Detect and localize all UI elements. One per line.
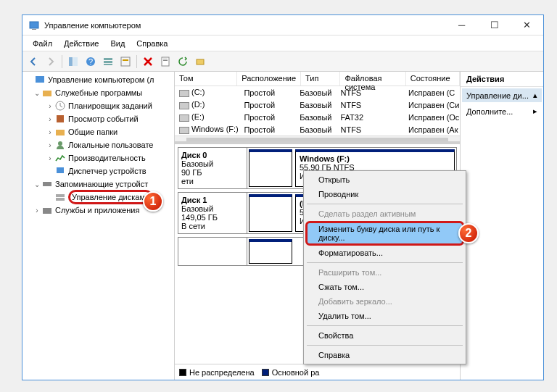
volume-header: Том Расположение Тип Файловая система Со… xyxy=(175,72,460,86)
svg-rect-22 xyxy=(43,182,51,186)
ctx-help[interactable]: Справка xyxy=(305,348,464,362)
svg-rect-0 xyxy=(30,22,38,28)
volume-row[interactable]: (C:)ПростойБазовыйNTFSИсправен (С xyxy=(175,86,460,99)
chevron-up-icon: ▴ xyxy=(533,91,537,100)
context-menu: Открыть Проводник Сделать раздел активны… xyxy=(303,170,466,364)
toolbar: ? xyxy=(22,51,543,72)
svg-rect-21 xyxy=(57,167,64,173)
window-title: Управление компьютером xyxy=(44,21,445,30)
svg-rect-15 xyxy=(36,76,44,83)
ctx-make-active: Сделать раздел активным xyxy=(305,207,464,221)
help-button[interactable]: ? xyxy=(83,54,99,70)
svg-text:?: ? xyxy=(88,57,93,66)
volume-row[interactable]: (E:)ПростойБазовыйFAT32Исправен (Ос xyxy=(175,111,460,123)
ctx-delete[interactable]: Удалить том... xyxy=(305,309,464,323)
svg-rect-6 xyxy=(104,58,112,60)
svg-rect-12 xyxy=(163,59,168,59)
ctx-format[interactable]: Форматировать... xyxy=(305,246,464,260)
ctx-explorer[interactable]: Проводник xyxy=(305,187,464,201)
ctx-open[interactable]: Открыть xyxy=(305,172,464,187)
forward-button[interactable] xyxy=(43,54,59,70)
ctx-shrink[interactable]: Сжать том... xyxy=(305,280,464,294)
svg-rect-7 xyxy=(104,61,112,63)
svg-point-20 xyxy=(58,141,62,146)
svg-rect-8 xyxy=(104,64,112,65)
col-layout[interactable]: Расположение xyxy=(237,72,301,86)
horizontal-scrollbar[interactable] xyxy=(175,135,460,144)
tree-system-tools[interactable]: ⌄Служебные программы xyxy=(22,86,174,99)
refresh-button[interactable] xyxy=(175,54,191,70)
close-button[interactable]: ✕ xyxy=(511,15,543,36)
volume-list[interactable]: Том Расположение Тип Файловая система Со… xyxy=(175,72,460,144)
app-icon xyxy=(28,20,40,31)
svg-rect-19 xyxy=(56,130,65,135)
tree-device-manager[interactable]: Диспетчер устройств xyxy=(22,164,174,178)
svg-rect-3 xyxy=(73,57,78,66)
maximize-button[interactable]: ☐ xyxy=(478,15,511,36)
legend: Не распределена Основной ра xyxy=(175,364,460,380)
partition[interactable] xyxy=(249,149,292,187)
volume-row[interactable]: Windows (F:)ПростойБазовыйNTFSИсправен (… xyxy=(175,123,460,135)
menubar: Файл Действие Вид Справка xyxy=(22,36,543,51)
back-button[interactable] xyxy=(25,54,41,70)
disk-info xyxy=(178,238,247,265)
annotation-badge-1: 1 xyxy=(143,191,163,212)
svg-rect-25 xyxy=(43,208,51,214)
annotation-badge-2: 2 xyxy=(458,223,479,243)
tree-shared-folders[interactable]: ›Общие папки xyxy=(22,125,174,138)
partition[interactable] xyxy=(249,239,292,264)
extra-button[interactable] xyxy=(192,54,208,70)
actions-selection[interactable]: Управление ди...▴ xyxy=(462,88,542,102)
disk-info: Диск 0 Базовый 90 ГБ ети xyxy=(178,148,247,188)
svg-rect-13 xyxy=(163,60,168,61)
svg-rect-18 xyxy=(57,115,64,122)
svg-rect-24 xyxy=(56,198,65,201)
svg-rect-23 xyxy=(56,194,65,197)
show-hide-tree-button[interactable] xyxy=(65,54,81,70)
tree-event-viewer[interactable]: ›Просмотр событий xyxy=(22,112,174,125)
ctx-extend: Расширить том... xyxy=(305,265,464,280)
ctx-properties[interactable]: Свойства xyxy=(305,328,464,343)
col-state[interactable]: Состояние xyxy=(406,72,460,86)
col-fs[interactable]: Файловая система xyxy=(340,72,405,86)
actions-header: Действия xyxy=(461,72,543,87)
settings-button[interactable] xyxy=(117,54,133,70)
svg-rect-2 xyxy=(69,57,73,66)
menu-action[interactable]: Действие xyxy=(58,37,104,50)
svg-rect-16 xyxy=(43,91,51,96)
volume-row[interactable]: (D:)ПростойБазовыйNTFSИсправен (Си xyxy=(175,99,460,111)
tree-local-users[interactable]: ›Локальные пользовате xyxy=(22,138,174,151)
svg-rect-9 xyxy=(121,57,130,66)
svg-rect-14 xyxy=(197,59,204,64)
delete-button[interactable] xyxy=(140,54,156,70)
partition[interactable] xyxy=(249,194,292,232)
svg-rect-1 xyxy=(32,29,36,30)
svg-rect-10 xyxy=(123,59,128,61)
menu-file[interactable]: Файл xyxy=(27,37,58,50)
ctx-change-drive-letter[interactable]: Изменить букву диска или путь к диску... xyxy=(305,221,464,246)
nav-tree[interactable]: Управление компьютером (л ⌄Служебные про… xyxy=(22,72,175,380)
chevron-right-icon: ▸ xyxy=(533,107,537,116)
col-type[interactable]: Тип xyxy=(301,72,340,86)
ctx-mirror: Добавить зеркало... xyxy=(305,294,464,309)
tree-scheduler[interactable]: ›Планировщик заданий xyxy=(22,99,174,112)
properties-button[interactable] xyxy=(157,54,173,70)
tree-performance[interactable]: ›Производительность xyxy=(22,151,174,164)
actions-more[interactable]: Дополните...▸ xyxy=(461,104,543,119)
minimize-button[interactable]: ─ xyxy=(445,15,478,36)
col-volume[interactable]: Том xyxy=(175,72,237,86)
menu-view[interactable]: Вид xyxy=(104,37,131,50)
tree-root[interactable]: Управление компьютером (л xyxy=(22,73,174,86)
disk-info: Диск 1 Базовый 149,05 ГБ В сети xyxy=(178,193,247,233)
menu-help[interactable]: Справка xyxy=(131,37,173,50)
tree-storage[interactable]: ⌄Запоминающие устройст xyxy=(22,178,174,191)
titlebar: Управление компьютером ─ ☐ ✕ xyxy=(22,15,543,36)
svg-rect-11 xyxy=(162,57,169,66)
view-button[interactable] xyxy=(100,54,116,70)
